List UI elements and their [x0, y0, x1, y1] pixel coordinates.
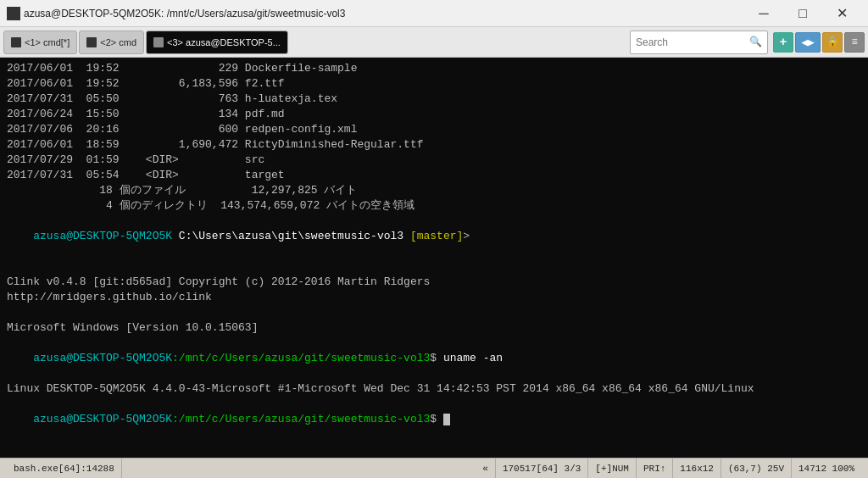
- minimize-button[interactable]: ─: [744, 0, 783, 27]
- uname-cmd: uname -an: [443, 352, 503, 364]
- tabbar: <1> cmd[*] <2> cmd <3> azusa@DESKTOP-5..…: [0, 27, 868, 58]
- status-size: 116x12: [673, 459, 721, 478]
- status-flags: [+]NUM: [588, 459, 637, 478]
- titlebar-left: azusa@DESKTOP-5QM2O5K: /mnt/c/Users/azus…: [7, 7, 345, 20]
- search-input[interactable]: [636, 36, 746, 48]
- menu-button[interactable]: ≡: [844, 32, 865, 53]
- windows-version-line: Microsoft Windows [Version 10.0.15063]: [7, 320, 861, 336]
- tab-icon-3: [153, 37, 164, 47]
- tab-icon-1: [11, 37, 21, 47]
- dir-line-4: 2017/06/24 15:50 134 pdf.md: [7, 107, 861, 122]
- dir-line-2: 2017/06/01 19:52 6,183,596 f2.ttf: [7, 76, 861, 92]
- dir-line-1: 2017/06/01 19:52 229 Dockerfile-sample: [7, 61, 861, 76]
- tab-label-1: <1> cmd[*]: [25, 37, 70, 47]
- prompt1-branch: [master]: [403, 230, 463, 242]
- clink-line-1: Clink v0.4.8 [git:d565ad] Copyright (c) …: [7, 275, 861, 290]
- tab-label-3: <3> azusa@DESKTOP-5...: [167, 37, 281, 47]
- blank-line-2: [7, 305, 861, 320]
- tab-label-2: <2> cmd: [100, 37, 136, 47]
- status-mode: PRI↑: [637, 459, 673, 478]
- prompt2-path: :/mnt/c/Users/azusa/git/sweetmusic-vol3: [172, 352, 430, 364]
- lock-button[interactable]: 🔒: [822, 32, 843, 53]
- status-pos: 170517[64] 3/3: [496, 459, 588, 478]
- prompt3-user: azusa@DESKTOP-5QM2O5K: [33, 413, 172, 425]
- dir-line-10: 4 個のディレクトリ 143,574,659,072 バイトの空き領域: [7, 198, 861, 214]
- status-coords: (63,7) 25V: [721, 459, 792, 478]
- titlebar: azusa@DESKTOP-5QM2O5K: /mnt/c/Users/azus…: [0, 0, 868, 27]
- dir-line-8: 2017/07/31 05:54 <DIR> target: [7, 168, 861, 183]
- blank-line-1: [7, 259, 861, 275]
- toolbar-group: + ◀▶ 🔒 ≡: [773, 32, 865, 53]
- prompt-line-1: azusa@DESKTOP-5QM2O5K C:\Users\azusa\git…: [7, 214, 861, 259]
- uname-output: Linux DESKTOP-5QM2O5K 4.4.0-43-Microsoft…: [7, 381, 861, 397]
- search-icon: 🔍: [749, 36, 762, 48]
- prompt1-user: azusa@DESKTOP-5QM2O5K: [33, 230, 172, 242]
- dir-line-3: 2017/07/31 05:50 763 h-luatexja.tex: [7, 92, 861, 107]
- status-spacer-char: «: [476, 459, 496, 478]
- tab-1[interactable]: <1> cmd[*]: [3, 31, 77, 54]
- nav-button[interactable]: ◀▶: [795, 32, 821, 53]
- statusbar: bash.exe[64]:14288 « 170517[64] 3/3 [+]N…: [0, 458, 868, 478]
- clink-line-2: http://mridgers.github.io/clink: [7, 290, 861, 305]
- prompt3-suffix: $: [430, 413, 443, 425]
- prompt1-path: C:\Users\azusa\git\sweetmusic-vol3: [172, 230, 403, 242]
- titlebar-controls: ─ □ ✕: [744, 0, 861, 27]
- tab-icon-2: [86, 37, 97, 47]
- status-zoom: 14712 100%: [792, 459, 861, 478]
- prompt3-path: :/mnt/c/Users/azusa/git/sweetmusic-vol3: [172, 413, 430, 425]
- prompt2-user: azusa@DESKTOP-5QM2O5K: [33, 352, 172, 364]
- dir-line-6: 2017/06/01 18:59 1,690,472 RictyDiminish…: [7, 137, 861, 153]
- search-area: 🔍: [630, 31, 768, 54]
- add-button[interactable]: +: [773, 32, 793, 53]
- terminal-cursor: [443, 414, 450, 425]
- dir-line-5: 2017/07/06 20:16 600 redpen-config.xml: [7, 122, 861, 137]
- tab-2[interactable]: <2> cmd: [79, 31, 144, 54]
- terminal: 2017/06/01 19:52 229 Dockerfile-sample 2…: [0, 58, 868, 458]
- prompt1-cmd: >: [463, 230, 476, 242]
- prompt2-suffix: $: [430, 352, 443, 364]
- dir-line-7: 2017/07/29 01:59 <DIR> src: [7, 153, 861, 168]
- close-button[interactable]: ✕: [822, 0, 861, 27]
- status-process: bash.exe[64]:14288: [7, 459, 122, 478]
- app-icon: [7, 7, 20, 20]
- tab-3[interactable]: <3> azusa@DESKTOP-5...: [146, 31, 288, 54]
- prompt-line-2: azusa@DESKTOP-5QM2O5K:/mnt/c/Users/azusa…: [7, 336, 861, 381]
- dir-line-9: 18 個のファイル 12,297,825 バイト: [7, 183, 861, 198]
- titlebar-title: azusa@DESKTOP-5QM2O5K: /mnt/c/Users/azus…: [24, 8, 345, 19]
- maximize-button[interactable]: □: [783, 0, 822, 27]
- prompt-line-3: azusa@DESKTOP-5QM2O5K:/mnt/c/Users/azusa…: [7, 397, 861, 442]
